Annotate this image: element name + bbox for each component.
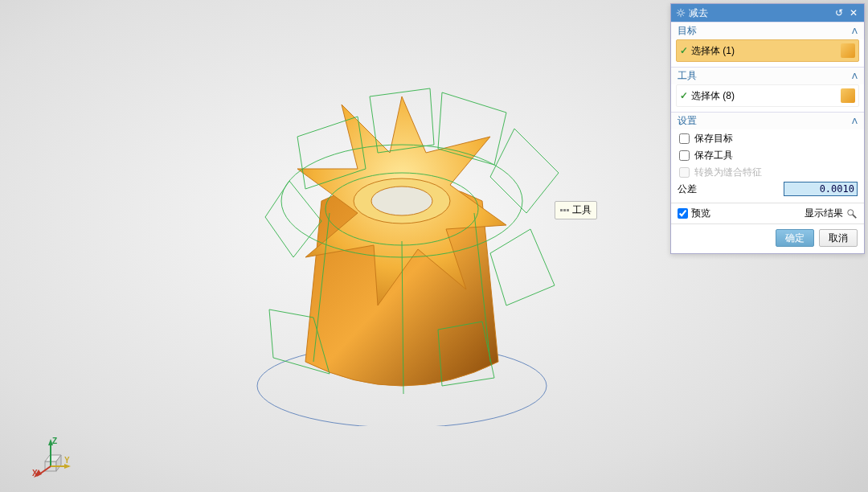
check-icon: ✓ xyxy=(680,90,688,101)
svg-line-30 xyxy=(853,214,856,217)
tooltip-text: 工具 xyxy=(572,203,592,217)
section-target-label: 目标 xyxy=(678,24,697,38)
svg-line-25 xyxy=(678,10,679,11)
keep-target-row[interactable]: 保存目标 xyxy=(678,130,858,146)
section-settings-label: 设置 xyxy=(678,114,697,128)
gear-icon xyxy=(676,8,686,18)
caret-up-icon: ᐱ xyxy=(852,27,858,35)
section-tool-label: 工具 xyxy=(678,69,697,83)
tolerance-label: 公差 xyxy=(678,182,697,196)
svg-text:Y: Y xyxy=(64,456,70,465)
model-placeholder xyxy=(225,40,579,426)
caret-up-icon: ᐱ xyxy=(852,72,858,80)
svg-text:X: X xyxy=(32,469,38,478)
keep-tool-checkbox[interactable] xyxy=(679,150,690,161)
section-target-head[interactable]: 目标 ᐱ xyxy=(671,22,864,39)
tool-select-row[interactable]: ✓ 选择体 (8) xyxy=(676,84,859,107)
convert-label: 转换为缝合特征 xyxy=(694,166,762,179)
keep-tool-label: 保存工具 xyxy=(694,149,733,162)
subtract-panel: 减去 ↺ ✕ 目标 ᐱ ✓ 选择体 (1) 工具 ᐱ ✓ 选择体 (8) 设置 … xyxy=(670,3,865,254)
target-select-text: 选择体 (1) xyxy=(691,44,841,58)
section-tool-head[interactable]: 工具 ᐱ xyxy=(671,67,864,84)
tolerance-input[interactable] xyxy=(784,182,858,196)
svg-line-26 xyxy=(682,14,684,16)
keep-target-checkbox[interactable] xyxy=(679,133,690,144)
svg-point-29 xyxy=(848,209,854,215)
caret-up-icon: ᐱ xyxy=(852,117,858,125)
keep-target-label: 保存目标 xyxy=(694,132,733,146)
selection-tooltip: 工具 xyxy=(555,201,597,219)
svg-line-28 xyxy=(678,14,679,16)
svg-line-27 xyxy=(682,10,684,11)
target-select-row[interactable]: ✓ 选择体 (1) xyxy=(676,39,859,62)
panel-title-text: 减去 xyxy=(689,6,830,20)
viewport-3d[interactable]: 工具 Z Y X xyxy=(0,0,671,492)
show-result-label[interactable]: 显示结果 xyxy=(805,207,843,220)
magnifier-icon[interactable] xyxy=(846,208,858,219)
section-settings-head[interactable]: 设置 ᐱ xyxy=(671,112,864,129)
tool-select-text: 选择体 (8) xyxy=(691,89,841,103)
preview-label: 预览 xyxy=(691,207,710,220)
svg-point-2 xyxy=(371,187,432,215)
ok-button[interactable]: 确定 xyxy=(776,229,814,247)
panel-titlebar[interactable]: 减去 ↺ ✕ xyxy=(671,4,864,22)
tolerance-row: 公差 xyxy=(678,181,858,197)
body-icon xyxy=(841,88,855,103)
convert-checkbox xyxy=(679,167,690,178)
reset-icon[interactable]: ↺ xyxy=(833,7,845,18)
check-icon: ✓ xyxy=(680,45,688,56)
convert-row: 转换为缝合特征 xyxy=(678,164,858,180)
svg-text:Z: Z xyxy=(52,437,57,445)
keep-tool-row[interactable]: 保存工具 xyxy=(678,147,858,163)
axis-triad[interactable]: Z Y X xyxy=(32,439,71,478)
preview-row: 预览 显示结果 xyxy=(671,203,864,223)
body-icon xyxy=(841,43,855,58)
cancel-button[interactable]: 取消 xyxy=(819,229,858,247)
svg-point-20 xyxy=(679,11,683,15)
button-row: 确定 取消 xyxy=(671,223,864,253)
dots-icon xyxy=(560,209,569,211)
preview-checkbox[interactable] xyxy=(678,208,688,219)
close-icon[interactable]: ✕ xyxy=(848,7,859,18)
